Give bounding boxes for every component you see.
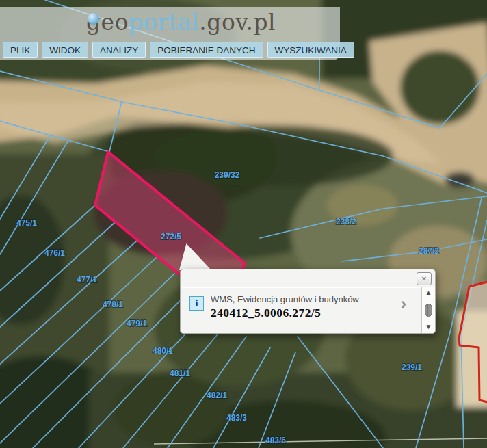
parcel-label: 483/3 [226, 413, 247, 423]
parcel-label: 476/1 [44, 248, 65, 258]
popup-layer-source: WMS, Ewidencja gruntów i budynków [211, 294, 359, 305]
parcel-label: 479/1 [127, 319, 147, 328]
logo-part-govpl: .gov.pl [199, 9, 276, 36]
parcel-label: 239/1 [402, 363, 422, 372]
feature-info-popup: ✕ i WMS, Ewidencja gruntów i budynków 24… [180, 269, 436, 334]
map-canvas[interactable]: 475/1 476/1 477/1 478/1 479/1 480/1 481/… [0, 0, 487, 448]
geoportal-logo[interactable]: geoportal.gov.pl [86, 7, 276, 40]
scrollbar-thumb[interactable] [425, 304, 432, 317]
parcel-label: 481/1 [170, 369, 190, 378]
popup-titlebar: ✕ [181, 269, 435, 287]
popup-parcel-id: 240412_5.0006.272/5 [211, 305, 359, 320]
popup-content: i WMS, Ewidencja gruntów i budynków 2404… [181, 288, 435, 320]
popup-scrollbar[interactable]: ▲ ▼ [421, 287, 435, 333]
parcel-label: 287/2 [419, 246, 439, 256]
menu-item-plik[interactable]: PLIK [3, 42, 38, 58]
menu-item-wyszukiwania[interactable]: WYSZUKIWANIA [267, 42, 354, 58]
geoportal-app: 475/1 476/1 477/1 478/1 479/1 480/1 481/… [0, 0, 487, 448]
parcel-label: 477/1 [77, 275, 97, 285]
parcel-label: 483/6 [265, 436, 286, 445]
chevron-right-icon[interactable]: › [401, 295, 406, 312]
menu-bar: PLIK WIDOK ANALIZY POBIERANIE DANYCH WYS… [3, 42, 354, 58]
header-panel: geoportal.gov.pl PLIK WIDOK ANALIZY POBI… [0, 7, 340, 60]
close-icon[interactable]: ✕ [417, 272, 432, 285]
parcel-label: 478/1 [103, 300, 123, 309]
menu-item-pobieranie-danych[interactable]: POBIERANIE DANYCH [150, 42, 263, 58]
popup-text-block: WMS, Ewidencja gruntów i budynków 240412… [211, 294, 359, 320]
menu-item-analizy[interactable]: ANALIZY [92, 42, 146, 58]
parcel-label: 239/32 [215, 170, 240, 180]
parcel-label: 482/1 [207, 391, 227, 400]
scroll-up-icon[interactable]: ▲ [425, 289, 432, 296]
parcel-label: 475/1 [16, 218, 37, 228]
info-icon: i [189, 296, 204, 311]
scroll-down-icon[interactable]: ▼ [425, 324, 432, 330]
satellite-basemap [0, 0, 487, 448]
parcel-label: 480/1 [153, 346, 173, 356]
logo-part-portal: portal [129, 9, 199, 36]
menu-item-widok[interactable]: WIDOK [42, 42, 88, 58]
parcel-label-highlighted: 272/5 [161, 232, 181, 241]
parcel-label: 238/2 [336, 217, 356, 226]
geoportal-globe-icon [88, 13, 99, 25]
